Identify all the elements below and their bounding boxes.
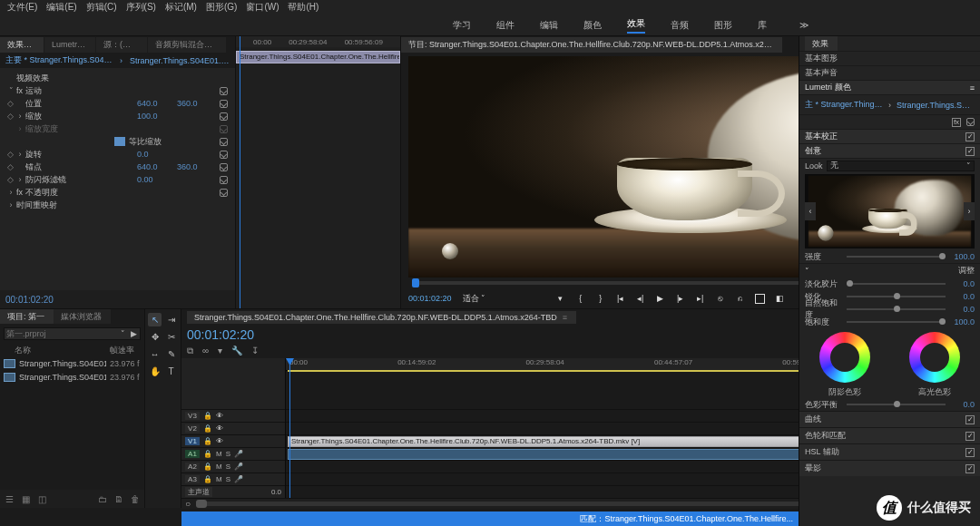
prop-rotation-val[interactable]: 0.0 [137, 150, 177, 159]
prop-rotation[interactable]: 旋转 [25, 149, 137, 161]
tab-effects-panel[interactable]: 效果 [805, 36, 838, 52]
prop-position[interactable]: 位置 [25, 98, 137, 110]
reset-icon[interactable] [220, 112, 228, 121]
reset-icon[interactable] [220, 151, 228, 159]
section-enable-checkbox[interactable] [965, 415, 975, 424]
timeline-clip-v1[interactable]: Stranger.Things.S04E01.Chapter.One.The.H… [288, 436, 844, 447]
voiceover-icon[interactable]: 🎤 [234, 450, 243, 458]
ripple-edit-tool[interactable]: ✥ [148, 330, 162, 344]
menu-file[interactable]: 文件(E) [4, 1, 41, 14]
pen-tool[interactable]: ✎ [164, 347, 178, 361]
timeline-playhead[interactable] [289, 358, 290, 498]
new-item-icon[interactable]: 🗎 [113, 493, 124, 504]
reset-icon[interactable] [966, 118, 975, 126]
menu-sequence[interactable]: 序列(S) [122, 1, 160, 14]
group-opacity[interactable]: fx 不透明度 [16, 187, 217, 199]
toggle-output-icon[interactable]: 👁 [216, 424, 223, 433]
slider-saturation[interactable] [847, 321, 946, 323]
freeform-view-icon[interactable]: ◫ [36, 493, 47, 504]
fx-mini-clip[interactable]: Stranger.Things.S04E01.Chapter.One.The.H… [236, 51, 400, 63]
slider-intensity-value[interactable]: 100.0 [949, 252, 975, 261]
menu-graphics[interactable]: 图形(G) [202, 1, 240, 14]
toggle-output-icon[interactable]: 👁 [216, 412, 223, 420]
program-fit-dropdown[interactable]: 适合 ˅ [463, 293, 486, 305]
step-forward-button[interactable]: |▸ [674, 292, 687, 305]
reset-icon[interactable] [220, 100, 228, 108]
lock-icon[interactable]: 🔒 [203, 437, 212, 445]
project-item[interactable]: Stranger.Things.S04E01.Cha23.976 f [4, 370, 141, 384]
section-color-wheels[interactable]: 色轮和匹配 [805, 430, 846, 442]
slider-sharpen[interactable] [847, 296, 946, 297]
slip-tool[interactable]: ↔ [148, 347, 162, 361]
checkbox-uniform-scale[interactable] [114, 137, 125, 146]
reset-icon[interactable] [220, 176, 228, 184]
shadow-tint-wheel[interactable] [819, 332, 870, 383]
comparison-view-button[interactable]: ◧ [774, 292, 787, 305]
section-enable-checkbox[interactable] [965, 147, 975, 156]
fx-bypass-icon[interactable]: fx [952, 118, 961, 127]
group-timeremap[interactable]: 时间重映射 [16, 200, 230, 211]
section-enable-checkbox[interactable] [965, 448, 975, 457]
next-look-button[interactable]: › [964, 202, 975, 220]
section-basic-correction[interactable]: 基本校正 [805, 131, 838, 142]
prop-antiflicker[interactable]: 防闪烁滤镜 [25, 174, 137, 186]
project-item[interactable]: Stranger.Things.S04E01.Cha23.976 f [4, 356, 141, 370]
section-enable-checkbox[interactable] [965, 464, 975, 473]
workspace-more-icon[interactable]: ≫ [799, 20, 808, 30]
track-label-a3[interactable]: A3 [185, 475, 200, 483]
lumetri-src-clip[interactable]: Stranger.Things.S04E01.Chap... [897, 101, 975, 110]
workspace-color[interactable]: 颜色 [583, 19, 602, 32]
slider-faded[interactable]: .strack:not(.mid):not(.max)::after{left:… [847, 283, 946, 285]
effect-controls-timeline[interactable]: 00:00 00:29:58:04 00:59:56:09 Stranger.T… [236, 36, 401, 308]
prop-anchor-x[interactable]: 640.0 [137, 162, 177, 171]
master-gain[interactable]: 0.0 [271, 488, 281, 496]
tab-media-browser[interactable]: 媒体浏览器 [54, 309, 111, 324]
reset-icon[interactable] [220, 87, 228, 95]
program-timecode[interactable]: 00:01:02:20 [408, 294, 452, 303]
reset-icon[interactable] [220, 163, 228, 171]
section-curves[interactable]: 曲线 [805, 414, 821, 425]
play-button[interactable]: ▶ [654, 292, 667, 305]
trash-icon[interactable]: 🗑 [130, 493, 141, 504]
mark-in-button[interactable]: { [574, 292, 587, 305]
slider-tintbalance-value[interactable]: 0.0 [949, 400, 975, 409]
insert-overwrite-icon[interactable]: ↧ [251, 346, 259, 356]
essential-graphics-link[interactable]: 基本图形 [805, 53, 838, 64]
timeline-settings-icon[interactable]: 🔧 [231, 346, 242, 356]
reset-icon[interactable] [220, 189, 228, 197]
selection-tool[interactable]: ↖ [148, 313, 162, 326]
lift-button[interactable]: ⎋ [714, 292, 727, 305]
prop-position-y[interactable]: 360.0 [177, 99, 217, 108]
prop-scale-val[interactable]: 100.0 [137, 112, 177, 121]
slider-intensity[interactable] [847, 256, 946, 258]
workspace-assembly[interactable]: 组件 [496, 19, 514, 32]
lock-icon[interactable]: 🔒 [203, 424, 212, 433]
reset-icon[interactable] [220, 138, 228, 146]
slider-saturation-value[interactable]: 100.0 [949, 317, 975, 326]
list-view-icon[interactable]: ☰ [4, 493, 15, 504]
tab-timeline-sequence[interactable]: Stranger.Things.S04E01.Chapter.One.The.H… [187, 311, 576, 324]
hand-tool[interactable]: ✋ [148, 365, 162, 378]
workspace-effects[interactable]: 效果 [627, 17, 645, 34]
menu-window[interactable]: 窗口(W) [242, 1, 282, 14]
linked-selection-icon[interactable]: ∞ [202, 346, 209, 356]
tab-lumetri-scopes[interactable]: Lumetri 范围 [44, 37, 95, 53]
section-enable-checkbox[interactable] [965, 432, 975, 441]
slider-vibrance[interactable] [847, 308, 946, 310]
track-label-v2[interactable]: V2 [185, 424, 200, 433]
prev-look-button[interactable]: ‹ [805, 202, 816, 220]
track-select-tool[interactable]: ⇥ [164, 313, 178, 326]
work-area-bar[interactable] [288, 370, 844, 372]
workspace-learn[interactable]: 学习 [453, 19, 471, 32]
project-search-input[interactable]: 第一.prproj ˅ ▶ [4, 327, 141, 340]
prop-antiflicker-val[interactable]: 0.00 [137, 175, 177, 184]
chevron-down-icon[interactable]: ˅ [118, 329, 128, 338]
col-fps[interactable]: 帧速率 [110, 345, 141, 356]
filter-icon[interactable]: ▶ [128, 329, 140, 338]
tab-effect-controls[interactable]: 效果控件 [0, 37, 44, 53]
menu-edit[interactable]: 编辑(E) [43, 1, 80, 14]
essential-sound-link[interactable]: 基本声音 [805, 67, 838, 79]
section-creative[interactable]: 创意 [805, 145, 821, 157]
icon-view-icon[interactable]: ▦ [20, 493, 31, 504]
workspace-audio[interactable]: 音频 [671, 19, 689, 32]
